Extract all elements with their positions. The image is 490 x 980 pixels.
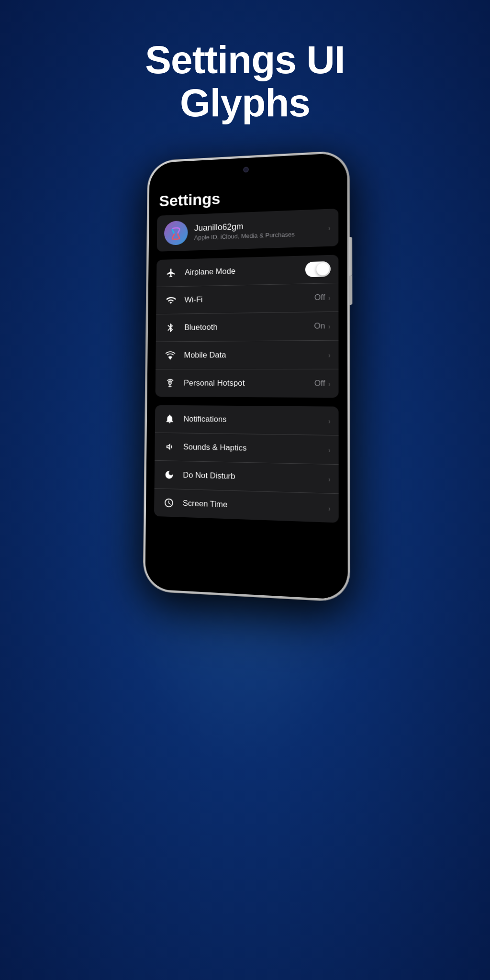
personal-hotspot-value: Off [314,379,325,389]
sounds-haptics-chevron: › [328,445,331,454]
notifications-chevron: › [328,417,331,425]
profile-row[interactable]: Juanillo62gm Apple ID, iCloud, Media & P… [157,209,339,252]
bluetooth-value: On [314,322,325,332]
do-not-disturb-icon [162,467,177,483]
camera-dot [243,167,249,173]
notifications-label: Notifications [183,414,328,426]
page-title: Settings UI Glyphs [0,38,490,124]
bluetooth-label: Bluetooth [184,322,314,333]
airplane-mode-label: Airplane Mode [185,265,305,278]
phone-mockup: Settings Juanillo62gm [0,153,490,593]
do-not-disturb-chevron: › [328,475,331,483]
profile-info: Juanillo62gm Apple ID, iCloud, Media & P… [194,219,328,241]
toggle-thumb [316,263,329,276]
screen-time-icon [161,495,176,511]
profile-avatar [164,221,188,245]
mobile-data-label: Mobile Data [184,350,328,360]
screen-content: Settings Juanillo62gm [145,177,348,600]
screen-time-row[interactable]: Screen Time › [154,489,339,523]
personal-hotspot-row[interactable]: Personal Hotspot Off › [156,369,339,398]
wifi-chevron: › [328,293,331,301]
notifications-icon [162,412,177,427]
bluetooth-icon [163,321,178,336]
personal-hotspot-chevron: › [328,379,331,388]
personal-hotspot-icon [163,376,178,391]
wifi-label: Wi-Fi [184,293,314,305]
airplane-mode-row[interactable]: Airplane Mode [156,255,338,288]
screen-time-label: Screen Time [183,499,328,513]
airplane-mode-toggle[interactable] [305,261,331,277]
bluetooth-chevron: › [328,322,331,330]
do-not-disturb-label: Do Not Disturb [183,470,328,484]
wifi-value: Off [314,293,325,303]
mobile-data-chevron: › [328,351,331,359]
bluetooth-row[interactable]: Bluetooth On › [156,312,339,342]
wifi-row[interactable]: Wi-Fi Off › [156,283,338,314]
screen-time-chevron: › [328,504,331,512]
profile-section: Juanillo62gm Apple ID, iCloud, Media & P… [157,209,339,252]
wifi-icon [164,293,178,308]
phone-frame: Settings Juanillo62gm [143,151,350,602]
notifications-row[interactable]: Notifications › [155,405,339,436]
profile-chevron: › [328,223,331,232]
sounds-haptics-row[interactable]: Sounds & Haptics › [155,433,338,465]
sounds-haptics-icon [162,439,177,455]
system-section: Notifications › Sounds & Haptics › [154,405,339,523]
mobile-data-row[interactable]: Mobile Data › [156,341,338,370]
personal-hotspot-label: Personal Hotspot [184,379,314,389]
connectivity-section: Airplane Mode Wi-Fi Off [156,255,339,398]
sounds-haptics-label: Sounds & Haptics [183,443,328,455]
page-header: Settings UI Glyphs [0,0,490,144]
phone-screen: Settings Juanillo62gm [145,153,348,600]
airplane-mode-icon [164,266,178,281]
mobile-data-icon [163,348,178,363]
